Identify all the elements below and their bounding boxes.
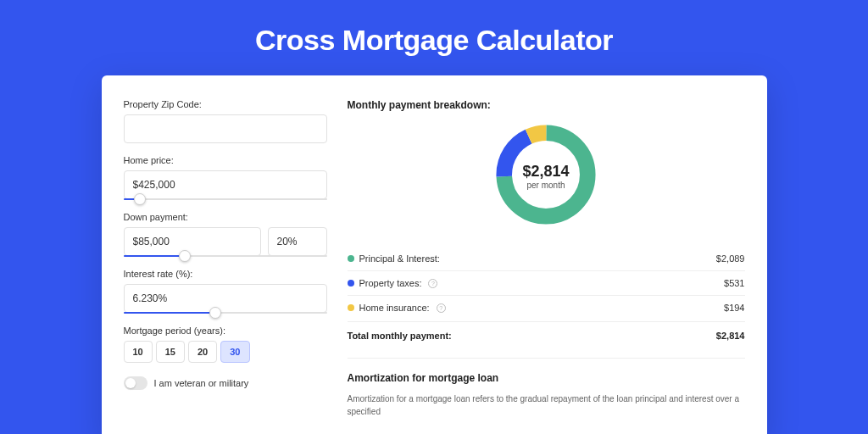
veteran-toggle[interactable] <box>124 376 147 390</box>
down-payment-group: Down payment: <box>124 212 327 257</box>
total-row: Total monthly payment: $2,814 <box>348 321 745 341</box>
slider-thumb[interactable] <box>134 193 146 205</box>
legend-label: Home insurance: <box>359 303 430 313</box>
page-title: Cross Mortgage Calculator <box>0 0 868 75</box>
period-group: Mortgage period (years): 10152030 <box>124 326 327 363</box>
down-payment-slider[interactable] <box>124 255 327 257</box>
home-price-slider[interactable] <box>124 198 327 200</box>
inputs-column: Property Zip Code: Home price: Down paym… <box>124 99 327 418</box>
legend-amount: $531 <box>724 278 744 288</box>
period-button-row: 10152030 <box>124 341 327 363</box>
breakdown-title: Monthly payment breakdown: <box>348 99 745 111</box>
legend-left: Principal & Interest: <box>348 253 440 264</box>
legend-row: Principal & Interest:$2,089 <box>348 247 745 271</box>
total-label: Total monthly payment: <box>348 331 452 341</box>
interest-rate-group: Interest rate (%): <box>124 269 327 314</box>
slider-track <box>124 198 327 200</box>
toggle-knob <box>125 378 136 388</box>
period-button-20[interactable]: 20 <box>188 341 217 363</box>
amortization-title: Amortization for mortgage loan <box>348 372 745 384</box>
legend-dot <box>348 280 354 287</box>
veteran-label: I am veteran or military <box>154 378 249 388</box>
legend-row: Property taxes:?$531 <box>348 271 745 296</box>
total-amount: $2,814 <box>716 331 745 341</box>
amortization-text: Amortization for a mortgage loan refers … <box>348 392 745 418</box>
amortization-section: Amortization for mortgage loan Amortizat… <box>348 358 745 418</box>
donut-sub: per month <box>522 181 569 190</box>
home-price-group: Home price: <box>124 155 327 200</box>
period-button-15[interactable]: 15 <box>156 341 185 363</box>
zip-label: Property Zip Code: <box>124 99 327 109</box>
home-price-label: Home price: <box>124 155 327 165</box>
donut-amount: $2,814 <box>522 163 569 181</box>
down-payment-label: Down payment: <box>124 212 327 222</box>
down-payment-percent-input[interactable] <box>268 227 327 256</box>
period-button-30[interactable]: 30 <box>220 341 249 363</box>
info-icon[interactable]: ? <box>428 279 437 288</box>
slider-fill <box>124 312 215 314</box>
donut-center: $2,814 per month <box>522 163 569 190</box>
interest-rate-slider[interactable] <box>124 312 327 314</box>
legend-label: Property taxes: <box>359 278 422 288</box>
interest-rate-input[interactable] <box>124 284 327 313</box>
legend-left: Home insurance:? <box>348 303 446 313</box>
legend-dot <box>348 255 354 262</box>
zip-input[interactable] <box>124 114 327 143</box>
calculator-card: Property Zip Code: Home price: Down paym… <box>102 75 767 434</box>
period-label: Mortgage period (years): <box>124 326 327 336</box>
legend: Principal & Interest:$2,089Property taxe… <box>348 247 745 320</box>
donut-chart-wrap: $2,814 per month <box>348 120 745 233</box>
legend-amount: $2,089 <box>716 253 745 264</box>
interest-rate-label: Interest rate (%): <box>124 269 327 279</box>
legend-label: Principal & Interest: <box>359 253 440 264</box>
legend-left: Property taxes:? <box>348 278 438 288</box>
zip-field-group: Property Zip Code: <box>124 99 327 143</box>
slider-track <box>124 255 327 257</box>
results-column: Monthly payment breakdown: $2,814 per mo… <box>348 99 745 418</box>
down-payment-amount-input[interactable] <box>124 227 261 256</box>
donut-chart: $2,814 per month <box>491 120 601 233</box>
slider-track <box>124 312 327 314</box>
legend-dot <box>348 304 354 311</box>
legend-row: Home insurance:?$194 <box>348 296 745 320</box>
info-icon[interactable]: ? <box>437 303 446 313</box>
home-price-input[interactable] <box>124 170 327 199</box>
legend-amount: $194 <box>724 303 744 313</box>
slider-thumb[interactable] <box>209 307 221 319</box>
slider-fill <box>124 255 185 257</box>
slider-thumb[interactable] <box>179 250 191 262</box>
period-button-10[interactable]: 10 <box>124 341 153 363</box>
veteran-toggle-row: I am veteran or military <box>124 376 327 390</box>
